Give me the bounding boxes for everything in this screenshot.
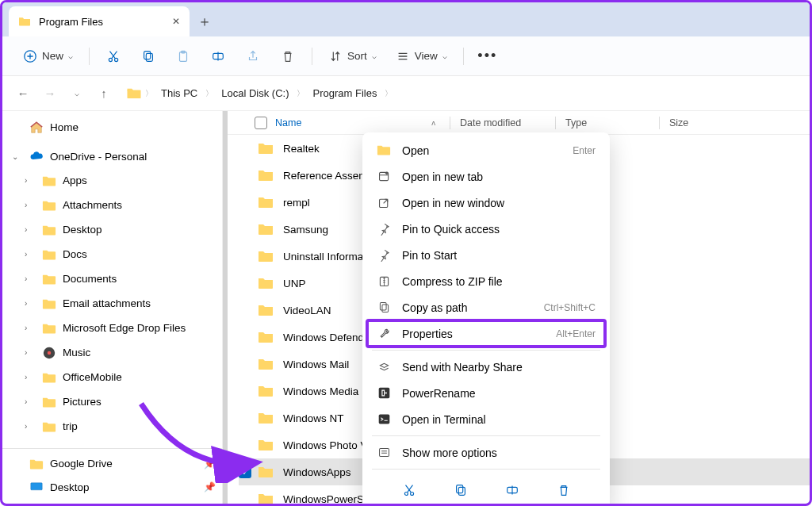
sidebar-item[interactable]: › Apps [2,168,222,193]
sidebar-item[interactable]: › OfficeMobile [2,365,222,389]
folder-icon [42,247,56,262]
file-name: Samsung [283,224,328,236]
folder-icon [258,222,274,236]
rename-button[interactable] [202,42,234,71]
scrollbar[interactable] [223,111,228,504]
folder-icon [258,303,274,317]
breadcrumb-segment[interactable]: Program Files [308,84,381,102]
folder-icon [42,223,56,237]
chevron-right-icon: › [25,274,36,283]
column-date[interactable]: Date modified [460,117,555,128]
close-tab-button[interactable]: ✕ [172,16,180,27]
svg-rect-16 [381,305,388,312]
cm-delete[interactable] [551,477,576,503]
share-button[interactable] [237,42,269,71]
tab-title: Program Files [39,16,103,28]
new-button[interactable]: New ⌵ [15,42,81,71]
folder-icon [29,457,44,471]
folder-icon [258,438,274,452]
cm-copy-path[interactable]: Copy as path Ctrl+Shift+C [367,294,605,320]
up-button[interactable]: ↑ [93,82,115,105]
chevron-right-icon: 〉 [145,88,153,99]
copy-button[interactable] [132,42,164,71]
sidebar-onedrive[interactable]: ⌄ OneDrive - Personal [2,145,222,168]
cm-powerrename[interactable]: PowerRename [367,380,605,406]
sidebar-item[interactable]: › Microsoft Edge Drop Files [2,316,222,340]
sidebar-item[interactable]: › Pictures [2,389,222,414]
delete-button[interactable] [272,42,304,71]
sidebar: Home ⌄ OneDrive - Personal › Apps› Attac… [2,111,223,504]
sidebar-item[interactable]: › Music [2,340,222,365]
column-name[interactable]: Nameʌ [275,117,450,128]
cm-terminal[interactable]: Open in Terminal [367,406,605,432]
folder-icon [42,272,56,286]
rename-icon [211,49,225,63]
svg-point-21 [410,493,413,496]
breadcrumb-segment[interactable]: Local Disk (C:) [216,84,293,102]
sidebar-item[interactable]: › Email attachments [2,291,222,316]
cut-button[interactable] [98,42,129,71]
row-checkbox[interactable]: ✓ [239,466,251,478]
folder-icon [42,321,56,335]
file-name: Windows Photo Vi [283,439,370,451]
file-name: Realtek [283,143,320,155]
sidebar-item-desktop[interactable]: Desktop 📌 [2,476,222,499]
sort-button[interactable]: Sort ⌵ [320,42,385,71]
plus-circle-icon [23,49,37,63]
svg-rect-3 [144,51,151,59]
cm-open-new-tab[interactable]: Open in new tab [367,163,605,190]
sidebar-item[interactable]: › trip [2,414,222,439]
folder-icon [258,330,274,344]
tab-program-files[interactable]: Program Files ✕ [9,6,190,36]
sidebar-item[interactable]: › Desktop [2,217,222,242]
cm-more-options[interactable]: Show more options [367,439,605,466]
forward-button[interactable]: → [39,82,61,105]
cm-open-new-window[interactable]: Open in new window [367,190,605,216]
chevron-right-icon: › [25,324,36,332]
more-button[interactable]: ••• [472,42,504,71]
folder-icon [42,297,56,311]
cm-cut[interactable] [396,477,422,503]
recent-button[interactable]: ⌵ [66,82,88,105]
sidebar-item-google-drive[interactable]: Google Drive 📌 [2,452,222,475]
chevron-down-icon: ⌄ [12,152,23,161]
view-icon [396,49,410,63]
cm-compress[interactable]: Compress to ZIP file [367,268,605,294]
svg-point-1 [109,58,112,61]
cm-pin-start[interactable]: Pin to Start [367,242,605,268]
rename-icon [505,483,519,497]
view-button[interactable]: View ⌵ [388,42,455,71]
window-plus-icon [377,170,391,184]
cm-pin-quick[interactable]: Pin to Quick access [367,216,605,242]
select-all-checkbox[interactable] [255,117,267,129]
cm-copy[interactable] [448,477,473,503]
nav-bar: ← → ⌵ ↑ 〉 This PC 〉 Local Disk (C:) 〉 Pr… [2,76,810,111]
folder-icon [258,141,274,155]
column-type[interactable]: Type [565,117,659,128]
column-header: Nameʌ Date modified Type Size [223,111,810,135]
svg-rect-10 [31,483,42,490]
svg-point-20 [404,493,408,496]
terminal-icon [377,412,391,427]
folder-icon [42,198,56,213]
paste-button[interactable] [167,42,199,71]
chevron-right-icon: 〉 [205,88,213,99]
file-name: Uninstall Informat [283,251,366,263]
chevron-right-icon: › [25,397,36,406]
sidebar-item[interactable]: › Attachments [2,193,222,217]
cm-properties[interactable]: Properties Alt+Enter [367,320,605,347]
folder-icon [42,370,56,385]
more-options-icon [377,446,391,460]
cm-rename[interactable] [500,477,525,503]
sidebar-home[interactable]: Home [2,116,222,139]
sidebar-item[interactable]: › Docs [2,242,222,266]
column-size[interactable]: Size [669,117,733,128]
cm-nearby-share[interactable]: Send with Nearby Share [367,354,605,380]
back-button[interactable]: ← [12,82,34,105]
breadcrumb-segment[interactable]: This PC [156,84,202,102]
file-name: Windows Media Pl [283,385,371,397]
cm-open[interactable]: Open Enter [367,137,605,163]
new-tab-button[interactable]: ＋ [190,6,220,36]
context-menu: Open Enter Open in new tab Open in new w… [362,132,610,506]
sidebar-item[interactable]: › Documents [2,266,222,291]
